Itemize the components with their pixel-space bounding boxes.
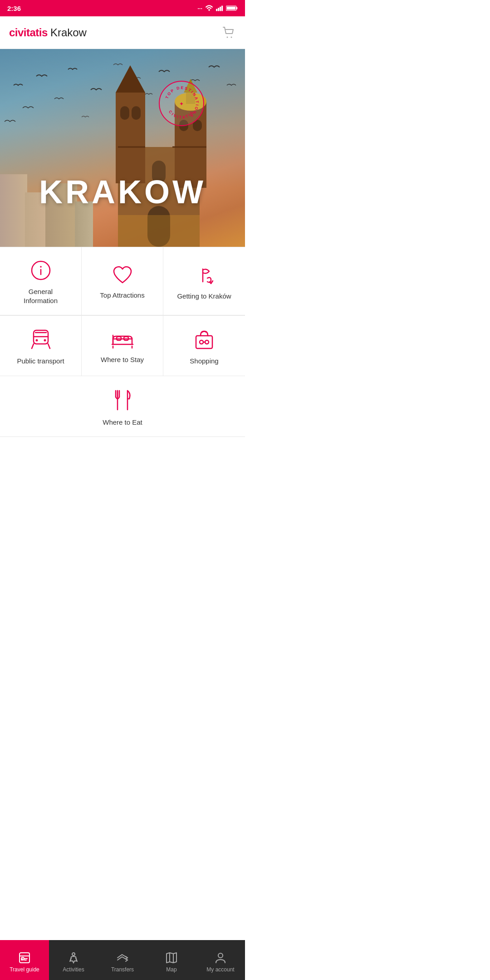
svg-rect-2: [220, 7, 221, 11]
wifi-icon: [205, 5, 213, 11]
svg-point-37: [44, 339, 46, 342]
general-information-cell[interactable]: GeneralInformation: [0, 247, 82, 315]
top-destinations-badge: TOP DESTINATIONS CIVITATIS ✦: [159, 81, 204, 126]
top-attractions-label: Top Attractions: [100, 291, 144, 300]
signal-dots-icon: ···: [197, 5, 202, 12]
svg-rect-5: [236, 7, 237, 10]
civitatis-logo: civitatis: [9, 26, 48, 39]
flag-icon: [194, 265, 215, 285]
category-grid-row3: Where to Eat: [0, 376, 245, 437]
svg-text:CIVITATIS: CIVITATIS: [168, 109, 195, 120]
public-transport-cell[interactable]: Public transport: [0, 316, 82, 376]
shopping-icon: [194, 328, 214, 350]
train-icon: [31, 328, 51, 350]
shopping-cell[interactable]: Shopping: [163, 316, 245, 376]
svg-rect-26: [118, 215, 200, 247]
svg-rect-1: [218, 8, 219, 11]
heart-icon: [112, 265, 133, 284]
public-transport-label: Public transport: [17, 357, 64, 366]
svg-rect-16: [120, 106, 129, 120]
svg-line-38: [32, 344, 34, 348]
svg-marker-15: [116, 65, 145, 93]
svg-point-32: [40, 266, 42, 268]
status-icons: ···: [197, 5, 238, 12]
category-grid-row2: Public transport Where to Stay: [0, 315, 245, 376]
getting-to-krakow-label: Getting to Kraków: [177, 292, 231, 301]
where-to-stay-cell[interactable]: Where to Stay: [82, 316, 163, 376]
battery-icon: [226, 5, 238, 11]
svg-rect-14: [116, 93, 145, 183]
svg-rect-3: [221, 5, 223, 11]
time: 2:36: [7, 5, 21, 12]
where-to-stay-label: Where to Stay: [101, 355, 144, 364]
svg-rect-0: [216, 9, 217, 11]
category-grid-row1: GeneralInformation Top Attractions Getti…: [0, 247, 245, 315]
signal-icon: [216, 5, 223, 11]
hero-city-name: KRAKOW: [0, 173, 245, 211]
svg-line-39: [48, 344, 50, 348]
app-logo: civitatis Krakow: [9, 26, 87, 39]
svg-point-36: [35, 339, 38, 342]
info-circle-icon: [30, 260, 51, 281]
svg-point-8: [231, 37, 232, 38]
svg-text:✦: ✦: [179, 101, 184, 107]
where-to-eat-label: Where to Eat: [103, 418, 142, 427]
hero-section: TOP DESTINATIONS CIVITATIS ✦ KRAKOW: [0, 49, 245, 247]
svg-point-7: [227, 37, 228, 38]
top-attractions-cell[interactable]: Top Attractions: [82, 247, 163, 315]
restaurant-icon: [112, 389, 133, 412]
getting-to-krakow-cell[interactable]: Getting to Kraków: [163, 247, 245, 315]
general-information-label: GeneralInformation: [24, 287, 58, 305]
status-bar: 2:36 ···: [0, 0, 245, 16]
city-name-header: Krakow: [50, 26, 87, 39]
cart-button[interactable]: [221, 25, 236, 40]
shopping-label: Shopping: [190, 357, 218, 366]
svg-rect-17: [132, 106, 141, 120]
app-header: civitatis Krakow: [0, 16, 245, 49]
bed-icon: [111, 330, 134, 349]
where-to-eat-cell[interactable]: Where to Eat: [82, 376, 163, 437]
svg-rect-6: [227, 7, 236, 10]
